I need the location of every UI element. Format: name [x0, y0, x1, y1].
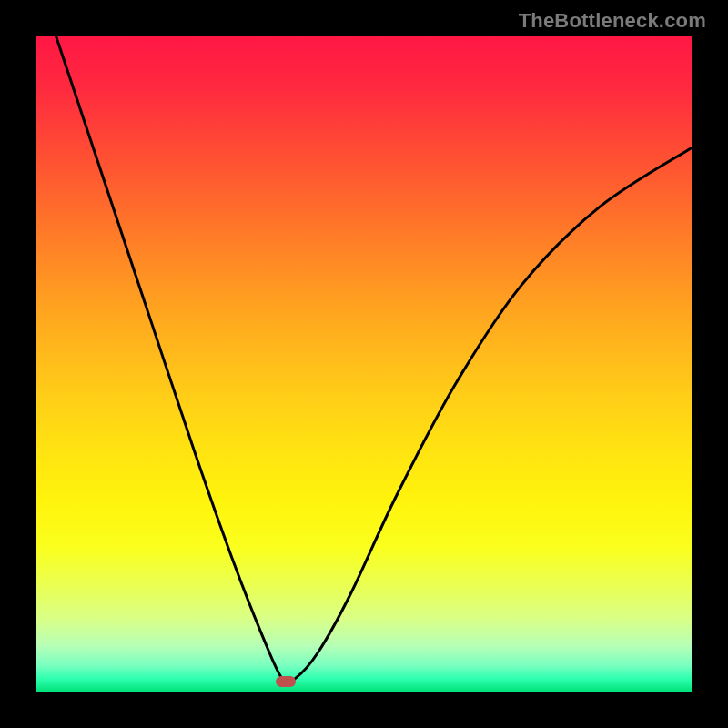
watermark-text: TheBottleneck.com	[519, 9, 706, 33]
chart-container: TheBottleneck.com	[0, 0, 728, 728]
bottleneck-curve	[36, 36, 692, 692]
plot-area	[36, 36, 692, 692]
min-marker	[276, 676, 296, 687]
